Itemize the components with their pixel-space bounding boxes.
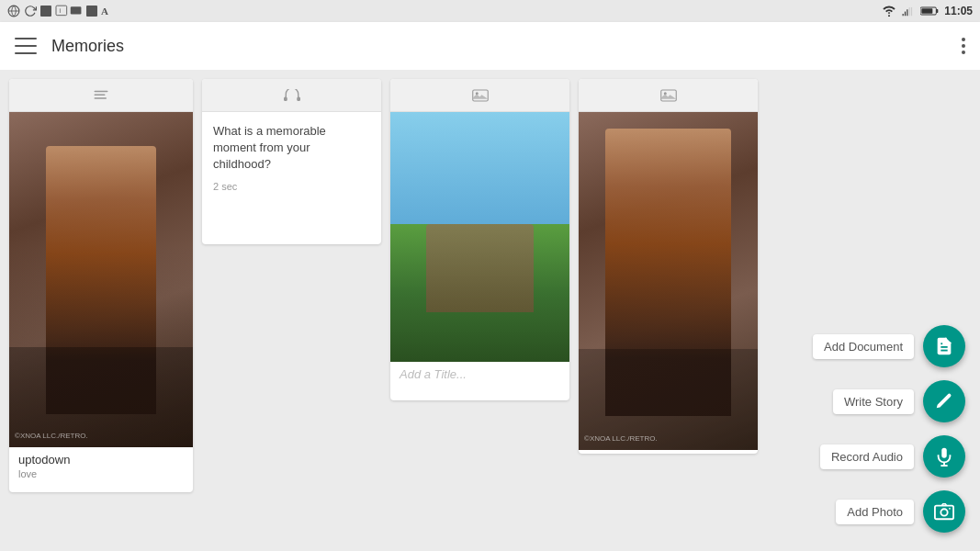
- time-display: 11:05: [944, 5, 973, 17]
- write-story-button[interactable]: [923, 380, 965, 422]
- card-4-watermark: ©XNOA LLC./RETRO.: [584, 434, 658, 443]
- svg-rect-11: [922, 8, 933, 13]
- svg-rect-13: [95, 90, 108, 92]
- mic-icon: [934, 446, 954, 467]
- signal-icon: [902, 6, 915, 17]
- card-1-watermark: ©XNOA LLC./RETRO.: [15, 432, 88, 440]
- svg-rect-16: [284, 96, 287, 101]
- card-3-header: [390, 79, 569, 112]
- top-bar: Memories: [0, 22, 980, 70]
- card-1-title: uptodown: [18, 453, 184, 467]
- main-content: ©XNOA LLC./RETRO. uptodown love What is …: [0, 70, 980, 551]
- svg-point-28: [941, 509, 947, 515]
- svg-rect-24: [941, 448, 947, 458]
- card-1-footer: uptodown love: [9, 447, 193, 485]
- svg-rect-12: [937, 9, 939, 13]
- record-audio-row: Record Audio: [820, 435, 965, 478]
- document-icon: [934, 336, 954, 356]
- add-document-label: Add Document: [813, 334, 914, 359]
- card-3[interactable]: Add a Title...: [390, 79, 569, 400]
- svg-point-29: [949, 508, 951, 510]
- image-icon-2: [660, 89, 677, 102]
- write-story-row: Write Story: [833, 380, 965, 422]
- square-icon-2: [86, 6, 97, 17]
- svg-rect-3: [71, 6, 82, 14]
- status-bar-left: i A: [7, 5, 108, 17]
- hamburger-menu-icon[interactable]: [15, 38, 37, 54]
- square-icon-1: [40, 6, 51, 17]
- card-1-subtitle: love: [18, 468, 184, 479]
- add-document-button[interactable]: [923, 325, 965, 367]
- card-1-header: [9, 79, 193, 112]
- letter-a-icon: A: [101, 6, 108, 17]
- add-photo-row: Add Photo: [836, 490, 965, 533]
- card-2-header: [202, 79, 381, 112]
- record-audio-label: Record Audio: [820, 444, 914, 469]
- svg-rect-27: [935, 506, 953, 520]
- record-audio-button[interactable]: [923, 435, 965, 478]
- write-story-label: Write Story: [833, 389, 914, 414]
- card-3-add-title[interactable]: Add a Title...: [390, 362, 569, 387]
- refresh-icon: [24, 5, 37, 17]
- fab-panel: Add Document Write Story: [813, 325, 965, 533]
- status-bar: i A 11:05: [0, 0, 980, 22]
- svg-text:i: i: [60, 7, 62, 14]
- card-2-time: 2 sec: [213, 181, 370, 192]
- card-2-story-text: What is a memorable moment from your chi…: [213, 123, 370, 174]
- svg-rect-17: [297, 96, 300, 101]
- add-photo-button[interactable]: [923, 490, 965, 533]
- info-icon: i: [55, 5, 83, 17]
- image-icon: [472, 89, 489, 102]
- status-bar-right: 11:05: [882, 5, 973, 17]
- more-options-icon[interactable]: [962, 38, 965, 54]
- card-4-header: [579, 79, 758, 112]
- globe-icon: [7, 5, 20, 17]
- card-4-add-title[interactable]: Add a Title...: [579, 450, 758, 454]
- card-2-body: What is a memorable moment from your chi…: [202, 112, 381, 203]
- page-title: Memories: [51, 37, 962, 56]
- svg-rect-20: [660, 90, 676, 101]
- svg-rect-15: [95, 97, 107, 99]
- svg-point-4: [888, 15, 890, 17]
- headphone-icon: [284, 89, 300, 102]
- card-1[interactable]: ©XNOA LLC./RETRO. uptodown love: [9, 79, 193, 492]
- text-format-icon: [93, 89, 109, 102]
- battery-icon: [920, 6, 939, 17]
- add-photo-label: Add Photo: [836, 500, 914, 524]
- svg-rect-14: [95, 94, 106, 96]
- wifi-icon: [882, 6, 896, 17]
- card-2[interactable]: What is a memorable moment from your chi…: [202, 79, 381, 244]
- svg-rect-1: [56, 6, 67, 16]
- card-4[interactable]: ©XNOA LLC./RETRO. Add a Title...: [579, 79, 758, 454]
- write-icon: [934, 391, 954, 411]
- add-document-row: Add Document: [813, 325, 965, 367]
- photo-icon: [934, 501, 954, 522]
- svg-rect-18: [472, 90, 488, 101]
